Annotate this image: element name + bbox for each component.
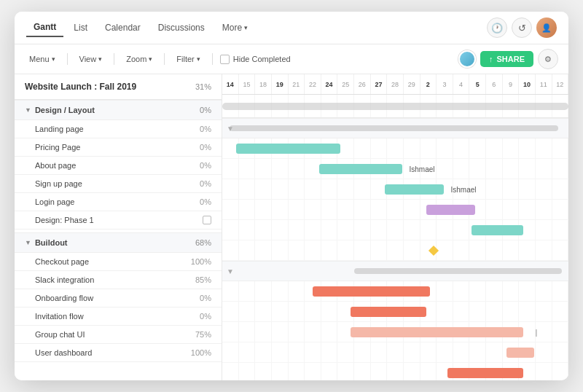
invitation-gantt-row [222,342,568,363]
task-row: Group chat UI 75% [15,326,222,344]
refresh-icon[interactable]: ↺ [512,17,532,38]
onboarding-flag: | [535,328,537,337]
app-window: Gantt List Calendar Discussions More▾ 🕐 … [15,12,568,380]
groupchat-gantt-row [222,363,568,380]
milestone-diamond [429,245,439,255]
task-row: Design: Phase 1 [15,211,222,230]
task-row: User dashboard 100% [15,344,222,362]
share-label: SHARE [496,55,525,63]
signup-bar[interactable] [426,205,475,215]
settings-icon[interactable]: ⚙ [538,49,558,69]
date-cell: 14 [222,74,239,94]
about-label: Ishmael [451,185,477,193]
task-pct: 100% [191,348,211,357]
invitation-bar[interactable] [506,348,534,358]
date-cell: 12 [552,74,569,94]
date-cell: 21 [289,74,305,94]
section1-bar[interactable] [230,125,558,131]
designphase-gantt-row [222,240,568,261]
gantt-date-header: 141518192122242526272829234569101112 [222,74,568,95]
chevron-down-icon: ▾ [244,24,248,31]
zoom-button[interactable]: Zoom ▾ [122,52,157,66]
task-pct: 0% [200,143,211,152]
gantt-body: ▼ Ishmael Ishmael [222,95,568,380]
task-pct: 0% [200,197,211,206]
view-button[interactable]: View ▾ [75,52,107,66]
project-bar[interactable] [222,103,568,110]
task-name: Onboarding flow [35,294,93,302]
nav-right: 🕐 ↺ 👤 [487,17,557,38]
project-gantt-row [222,95,568,118]
login-bar[interactable] [472,225,523,235]
date-cell: 18 [255,74,272,94]
task-pct: 0% [200,179,211,188]
task-row: About page 0% [15,157,222,175]
top-nav: Gantt List Calendar Discussions More▾ 🕐 … [15,12,568,44]
date-cell: 15 [239,74,256,94]
assigned-avatar [458,50,476,68]
task-name: Landing page [35,125,84,133]
separator [114,53,114,65]
user-avatar[interactable]: 👤 [536,17,557,38]
about-gantt-row: Ishmael [222,179,568,200]
tab-discussions[interactable]: Discussions [151,19,212,36]
checkout-bar[interactable] [313,286,431,297]
hide-completed-checkbox[interactable] [220,55,230,64]
task-row: Sign up page 0% [15,175,222,193]
landing-bar[interactable] [236,144,340,154]
task-name: Login page [35,197,74,206]
task-row: Invitation flow 0% [15,307,222,326]
task-name: Sign up page [35,179,82,188]
toolbar: Menu ▾ View ▾ Zoom ▾ Filter ▾ Hide Compl… [15,44,568,74]
about-bar[interactable] [385,184,444,195]
task-row: Onboarding flow 0% [15,289,222,307]
section-design-header[interactable]: ▼ Design / Layout 0% [15,100,222,120]
task-name: User dashboard [35,348,92,357]
section-buildout-title: ▼ Buildout [25,238,68,247]
hide-completed-label[interactable]: Hide Completed [220,55,291,64]
task-row: Login page 0% [15,193,222,211]
separator [67,53,68,65]
main-content: Website Launch : Fall 2019 31% ▼ Design … [15,74,568,380]
menu-button[interactable]: Menu ▾ [25,52,60,66]
pricing-gantt-row: Ishmael [222,159,568,179]
task-checkbox[interactable] [203,216,211,224]
task-pct: 0% [200,125,211,133]
tab-list[interactable]: List [66,19,95,36]
section-buildout-pct: 68% [195,238,211,247]
slack-bar[interactable] [351,307,427,317]
section2-collapse-icon: ▼ [227,267,234,275]
date-cell: 6 [486,74,503,94]
task-name: Checkout page [35,257,89,266]
tab-gantt[interactable]: Gantt [26,18,63,37]
filter-button[interactable]: Filter ▾ [172,52,204,66]
section-design-title: ▼ Design / Layout [25,106,95,114]
section2-bar[interactable] [354,268,562,274]
share-button[interactable]: ↑ SHARE [480,51,533,67]
date-cell: 24 [321,74,338,94]
pricing-bar[interactable] [319,164,402,174]
task-pct: 0% [200,294,211,302]
landing-gantt-row [222,138,568,159]
chevron-down-icon: ▾ [197,55,200,63]
section-buildout-header[interactable]: ▼ Buildout 68% [15,232,222,253]
date-cell: 10 [519,74,536,94]
groupchat-bar[interactable] [447,368,524,378]
date-cell: 19 [272,74,289,94]
task-name: Design: Phase 1 [35,216,94,224]
signup-gantt-row [222,200,568,220]
share-icon: ↑ [489,55,493,63]
onboarding-bar[interactable] [351,327,524,337]
section1-gantt-row: ▼ [222,118,568,138]
chevron-down-icon: ▾ [149,55,152,63]
task-name: Invitation flow [35,312,84,321]
date-cell: 27 [371,74,388,94]
task-name: Pricing Page [35,143,80,152]
history-icon[interactable]: 🕐 [487,17,507,38]
pricing-label: Ishmael [410,165,435,173]
task-pct: 0% [200,161,211,170]
task-row: Landing page 0% [15,120,222,138]
date-cell: 29 [404,74,420,94]
tab-more[interactable]: More▾ [215,19,255,36]
tab-calendar[interactable]: Calendar [98,19,148,36]
